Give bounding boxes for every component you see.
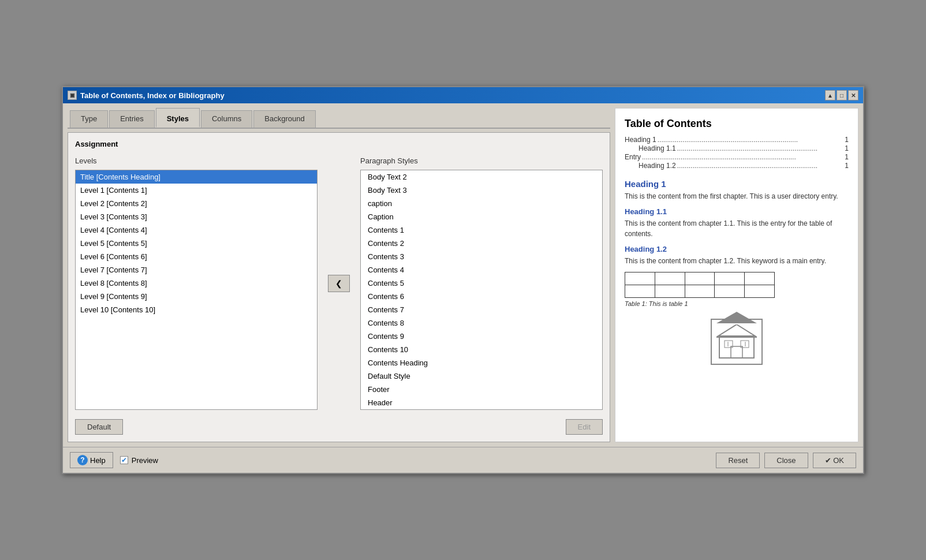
svg-rect-2 [731,346,742,358]
assign-arrow-button[interactable]: ❮ [328,275,350,292]
reset-button[interactable]: Reset [716,453,760,468]
table-cell [685,285,715,298]
window-body: Type Entries Styles Columns Background A… [63,103,863,447]
minimize-button[interactable]: ▲ [825,90,835,100]
levels-column: Levels Title [Contents Heading] Level 1 … [75,156,318,410]
table-caption: Table 1: This is table 1 [625,300,849,307]
footer-right: Reset Close ✔ OK [716,453,856,468]
table-row-2 [625,285,775,298]
help-button[interactable]: ? Help [70,452,113,468]
table-row-1 [625,272,775,285]
para-item-contents5[interactable]: Contents 5 [361,277,602,290]
para-item-contents3[interactable]: Contents 3 [361,250,602,263]
assignment-label: Assignment [75,140,603,148]
help-label: Help [90,456,106,465]
toc-text-entry: Entry [625,153,641,161]
para-item-contents2[interactable]: Contents 2 [361,237,602,250]
tab-background[interactable]: Background [253,110,315,128]
toc-row-entry: Entry ..................................… [625,153,849,161]
para-item-header[interactable]: Header [361,396,602,409]
toc-dots-heading11: ........................................… [677,145,844,152]
level-item-5[interactable]: Level 5 [Contents 5] [76,237,317,250]
toc-text-heading1: Heading 1 [625,136,656,144]
para-item-default[interactable]: Default Style [361,369,602,383]
level-item-2[interactable]: Level 2 [Contents 2] [76,197,317,210]
heading12-body: This is the content from chapter 1.2. Th… [625,256,849,266]
level-item-10[interactable]: Level 10 [Contents 10] [76,303,317,316]
toc-row-heading1: Heading 1 ..............................… [625,136,849,144]
maximize-button[interactable]: □ [837,90,847,100]
heading11-label: Heading 1.1 [625,207,849,216]
heading12-label: Heading 1.2 [625,245,849,253]
para-item-contents-heading[interactable]: Contents Heading [361,356,602,369]
preview-checkbox[interactable]: ✔ [120,456,128,464]
paragraph-column: Paragraph Styles Body Text 2 Body Text 3… [360,156,603,410]
level-item-7[interactable]: Level 7 [Contents 7] [76,263,317,277]
tab-bottom-buttons: Default Edit [75,416,603,435]
footer-left: ? Help ✔ Preview [70,452,158,468]
default-button[interactable]: Default [75,419,123,435]
level-item-title[interactable]: Title [Contents Heading] [76,170,317,184]
preview-table [625,272,775,298]
para-item-contents6[interactable]: Contents 6 [361,290,602,303]
heading11-body: This is the content from chapter 1.1. Th… [625,218,849,239]
preview-toc-title: Table of Contents [625,118,849,130]
house-icon [716,324,757,359]
table-cell [625,272,655,285]
paragraph-styles-list[interactable]: Body Text 2 Body Text 3 caption Caption … [360,170,603,410]
levels-col-label: Levels [75,156,318,165]
para-col-label: Paragraph Styles [360,156,603,165]
toc-text-heading12: Heading 1.2 [639,162,676,170]
tab-entries[interactable]: Entries [109,110,154,128]
table-cell [715,272,745,285]
preview-checkbox-area[interactable]: ✔ Preview [120,456,158,465]
para-item-bodytext2[interactable]: Body Text 2 [361,170,602,184]
level-item-6[interactable]: Level 6 [Contents 6] [76,250,317,263]
titlebar-controls: ▲ □ ✕ [825,90,858,100]
heading1-label: Heading 1 [625,179,849,189]
para-item-contents10[interactable]: Contents 10 [361,343,602,356]
para-item-bodytext3[interactable]: Body Text 3 [361,184,602,197]
close-button-footer[interactable]: Close [764,453,808,468]
levels-list[interactable]: Title [Contents Heading] Level 1 [Conten… [75,170,318,410]
level-item-1[interactable]: Level 1 [Contents 1] [76,184,317,197]
left-panel: Type Entries Styles Columns Background A… [68,108,610,442]
toc-row-heading11: Heading 1.1 ............................… [625,144,849,152]
level-item-4[interactable]: Level 4 [Contents 4] [76,223,317,237]
toc-dots-entry: ........................................… [642,154,843,160]
window-title: Table of Contents, Index or Bibliography [80,91,225,100]
tab-columns[interactable]: Columns [201,110,252,128]
para-item-contents7[interactable]: Contents 7 [361,303,602,316]
edit-button[interactable]: Edit [566,419,603,435]
para-item-caption-lower[interactable]: caption [361,197,602,210]
toc-page-heading1: 1 [845,136,849,144]
table-cell [655,272,685,285]
preview-label: Preview [132,456,158,465]
para-item-caption-upper[interactable]: Caption [361,210,602,223]
tab-styles[interactable]: Styles [156,108,200,128]
para-item-contents8[interactable]: Contents 8 [361,316,602,330]
toc-page-heading11: 1 [845,144,849,152]
footer-bar: ? Help ✔ Preview Reset Close ✔ OK [63,447,863,473]
section-divider1: Heading 1 This is the content from the f… [625,179,849,266]
level-item-9[interactable]: Level 9 [Contents 9] [76,290,317,303]
toc-page-heading12: 1 [845,162,849,170]
close-button[interactable]: ✕ [848,90,858,100]
level-item-3[interactable]: Level 3 [Contents 3] [76,210,317,223]
para-item-footer[interactable]: Footer [361,383,602,396]
image-roof [716,312,757,323]
image-placeholder [711,319,763,365]
titlebar-icon: ▣ [68,91,77,100]
toc-dots-heading12: ........................................… [677,162,844,169]
tab-type[interactable]: Type [70,110,108,128]
level-item-8[interactable]: Level 8 [Contents 8] [76,277,317,290]
table-cell [685,272,715,285]
titlebar-left: ▣ Table of Contents, Index or Bibliograp… [68,91,225,100]
ok-button[interactable]: ✔ OK [813,453,856,468]
svg-marker-1 [716,324,757,337]
para-item-contents1[interactable]: Contents 1 [361,223,602,237]
para-item-contents4[interactable]: Contents 4 [361,263,602,277]
help-icon: ? [77,455,88,465]
para-item-contents9[interactable]: Contents 9 [361,330,602,343]
assignment-columns: Levels Title [Contents Heading] Level 1 … [75,156,603,410]
